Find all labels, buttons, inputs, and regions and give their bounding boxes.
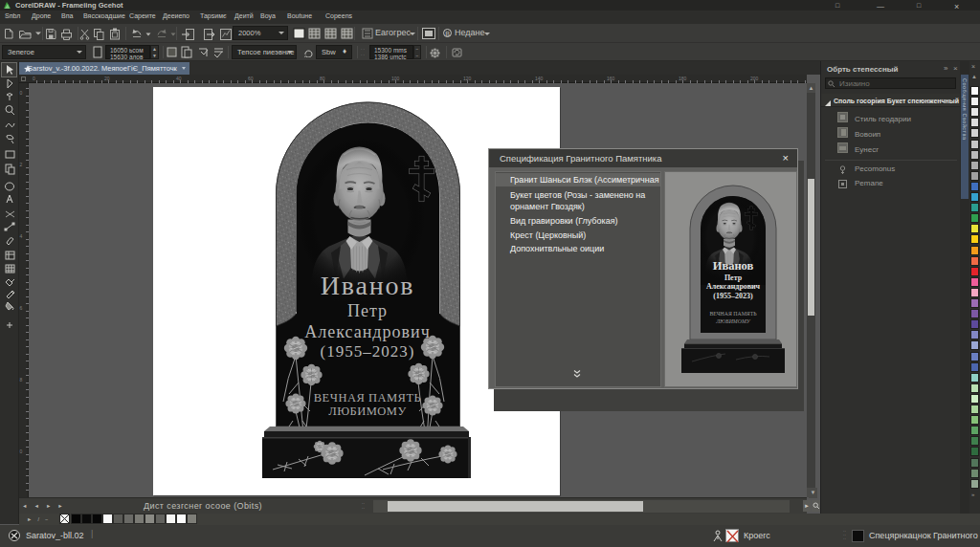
svg-text:(1955–2023): (1955–2023) xyxy=(321,342,415,361)
svg-text:Петр: Петр xyxy=(347,301,388,320)
svg-text:ЛЮБИМОМУ: ЛЮБИМОМУ xyxy=(328,405,407,418)
svg-text:Александрович: Александрович xyxy=(304,322,430,341)
svg-text:Иванов: Иванов xyxy=(713,259,754,273)
svg-text:(1955–2023): (1955–2023) xyxy=(713,292,753,300)
svg-text:ВЕЧНАЯ ПАМЯТЬ: ВЕЧНАЯ ПАМЯТЬ xyxy=(314,391,421,405)
svg-text:ЛЮБИМОМУ: ЛЮБИМОМУ xyxy=(715,318,750,324)
svg-text:Александрович: Александрович xyxy=(706,282,761,291)
svg-text:Иванов: Иванов xyxy=(321,271,415,300)
svg-text:Петр: Петр xyxy=(724,274,743,282)
svg-text:ВЕЧНАЯ ПАМЯТЬ: ВЕЧНАЯ ПАМЯТЬ xyxy=(709,311,757,317)
